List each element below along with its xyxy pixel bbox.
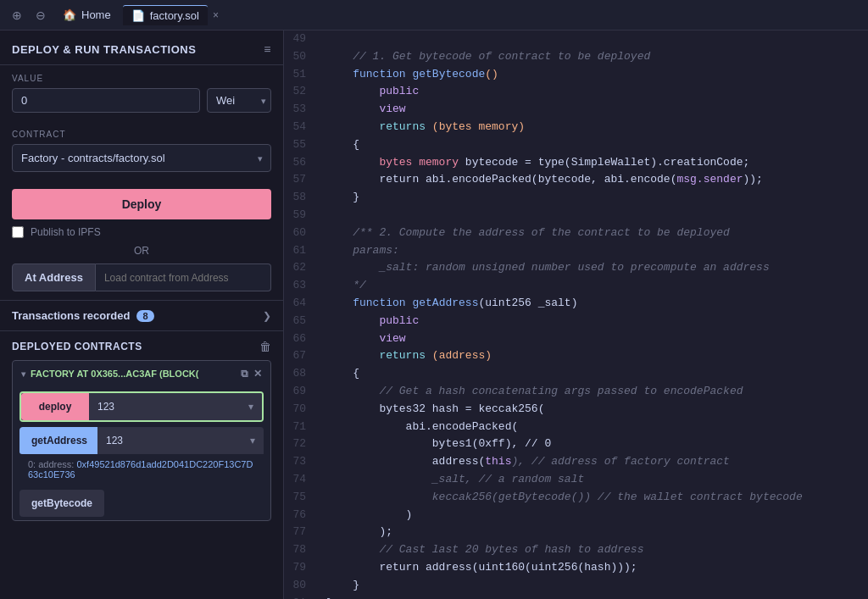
table-row: 55 {: [284, 136, 868, 154]
line-number: 51: [284, 66, 318, 84]
table-row: 75 keccak256(getBytecode()) // the walle…: [284, 489, 868, 507]
chevron-right-icon: ❯: [263, 310, 271, 322]
getaddress-fn-row: getAddress ▾ 0: address: 0xf49521d876d1a…: [19, 427, 264, 486]
address-output-label: 0: address:: [28, 459, 74, 469]
right-panel: 4950 // 1. Get bytecode of contract to b…: [284, 31, 868, 599]
table-row: 71 abi.encodePacked(: [284, 419, 868, 436]
deployed-title: Deployed Contracts: [12, 341, 142, 352]
line-code: function getAddress(uint256 _salt): [318, 295, 868, 313]
deployed-contracts-section: Deployed Contracts 🗑 ▾ FACTORY AT 0X365.…: [0, 331, 283, 533]
contract-instance-name: FACTORY AT 0X365...AC3AF (BLOCK(: [31, 369, 198, 379]
line-code: {: [318, 136, 868, 154]
line-number: 76: [284, 507, 318, 524]
home-tab-label: Home: [81, 8, 111, 21]
trash-icon[interactable]: 🗑: [259, 340, 271, 353]
transactions-section[interactable]: Transactions recorded 8 ❯: [0, 300, 283, 331]
deploy-button[interactable]: Deploy: [12, 189, 271, 219]
line-code: return address(uint160(uint256(hash)));: [318, 559, 868, 577]
transactions-badge: 8: [136, 310, 153, 322]
publish-checkbox[interactable]: [12, 226, 24, 238]
chevron-down-icon[interactable]: ▾: [21, 369, 25, 379]
or-divider: OR: [12, 245, 271, 257]
line-number: 49: [284, 31, 318, 48]
table-row: 50 // 1. Get bytecode of contract to be …: [284, 48, 868, 66]
load-contract-input[interactable]: [96, 263, 271, 291]
panel-menu-icon[interactable]: ≡: [264, 42, 271, 56]
deploy-fn-row: deploy ▾: [19, 391, 264, 422]
line-code: /** 2. Compute the address of the contra…: [318, 225, 868, 242]
line-code: bytes memory bytecode = type(SimpleWalle…: [318, 154, 868, 172]
getaddress-fn-chevron[interactable]: ▾: [242, 427, 264, 454]
line-code: }: [318, 577, 868, 595]
table-row: 74 _salt, // a random salt: [284, 471, 868, 489]
deploy-fn-chevron[interactable]: ▾: [240, 393, 262, 420]
line-number: 61: [284, 242, 318, 260]
panel-title-text: DEPLOY & RUN TRANSACTIONS: [12, 43, 196, 56]
line-number: 64: [284, 295, 318, 313]
line-number: 65: [284, 313, 318, 330]
table-row: 56 bytes memory bytecode = type(SimpleWa…: [284, 154, 868, 172]
line-number: 69: [284, 383, 318, 401]
contract-select[interactable]: Factory - contracts/factory.sol: [12, 144, 271, 172]
line-number: 54: [284, 119, 318, 136]
table-row: 68 {: [284, 365, 868, 383]
line-number: 72: [284, 435, 318, 453]
table-row: 60 /** 2. Compute the address of the con…: [284, 225, 868, 242]
getbytecode-button[interactable]: getBytecode: [19, 490, 104, 517]
line-code: abi.encodePacked(: [318, 419, 868, 436]
deploy-fn-button[interactable]: deploy: [21, 393, 89, 420]
line-code: // Cast last 20 bytes of hash to address: [318, 541, 868, 559]
deploy-fn-input[interactable]: [89, 393, 240, 420]
line-code: function getBytecode(): [318, 66, 868, 84]
line-code: {: [318, 365, 868, 383]
table-row: 49: [284, 31, 868, 48]
line-code: view: [318, 330, 868, 348]
line-code: return abi.encodePacked(bytecode, abi.en…: [318, 171, 868, 189]
file-icon: 📄: [131, 9, 145, 22]
line-code: */: [318, 277, 868, 295]
table-row: 69 // Get a hash concatenating args pass…: [284, 383, 868, 401]
getaddress-fn-button[interactable]: getAddress: [19, 427, 97, 454]
copy-icon[interactable]: ⧉: [241, 368, 248, 380]
line-number: 56: [284, 154, 318, 172]
deployed-header: Deployed Contracts 🗑: [12, 340, 271, 353]
code-table: 4950 // 1. Get bytecode of contract to b…: [284, 31, 868, 599]
table-row: 65 public: [284, 313, 868, 330]
line-number: 63: [284, 277, 318, 295]
line-number: 78: [284, 541, 318, 559]
tab-home[interactable]: 🏠 Home: [54, 5, 120, 25]
table-row: 66 view: [284, 330, 868, 348]
table-row: 78 // Cast last 20 bytes of hash to addr…: [284, 541, 868, 559]
zoom-out-button[interactable]: ⊖: [31, 5, 51, 25]
main-layout: DEPLOY & RUN TRANSACTIONS ≡ VALUE Wei Gw…: [0, 31, 868, 599]
line-number: 70: [284, 401, 318, 419]
value-input[interactable]: [12, 88, 200, 113]
table-row: 67 returns (address): [284, 347, 868, 365]
unit-select[interactable]: Wei Gwei Finney Ether: [207, 88, 271, 113]
unit-select-wrapper: Wei Gwei Finney Ether: [207, 88, 271, 113]
line-code: keccak256(getBytecode()) // the wallet c…: [318, 489, 868, 507]
table-row: 59: [284, 207, 868, 225]
line-number: 66: [284, 330, 318, 348]
table-row: 76 ): [284, 507, 868, 524]
close-contract-icon[interactable]: ✕: [253, 368, 262, 380]
close-tab-button[interactable]: ×: [211, 9, 220, 21]
at-address-button[interactable]: At Address: [12, 263, 96, 291]
contract-select-wrapper: Factory - contracts/factory.sol: [12, 144, 271, 172]
value-section: VALUE Wei Gwei Finney Ether: [0, 65, 283, 121]
tab-bar: ⊕ ⊖ 🏠 Home 📄 factory.sol ×: [0, 0, 868, 31]
left-panel: DEPLOY & RUN TRANSACTIONS ≡ VALUE Wei Gw…: [0, 31, 284, 599]
line-code: _salt, // a random salt: [318, 471, 868, 489]
table-row: 64 function getAddress(uint256 _salt): [284, 295, 868, 313]
contract-instance-header: ▾ FACTORY AT 0X365...AC3AF (BLOCK( ⧉ ✕: [13, 361, 270, 386]
line-code: params:: [318, 242, 868, 260]
getaddress-fn-btn-row: getAddress ▾: [19, 427, 264, 454]
getaddress-fn-input[interactable]: [97, 427, 242, 454]
tab-factory-sol[interactable]: 📄 factory.sol: [123, 5, 208, 25]
table-row: 70 bytes32 hash = keccak256(: [284, 401, 868, 419]
table-row: 80 }: [284, 577, 868, 595]
table-row: 73 address(this), // address of factory …: [284, 453, 868, 471]
zoom-in-button[interactable]: ⊕: [7, 5, 27, 25]
line-number: 59: [284, 207, 318, 225]
line-number: 74: [284, 471, 318, 489]
